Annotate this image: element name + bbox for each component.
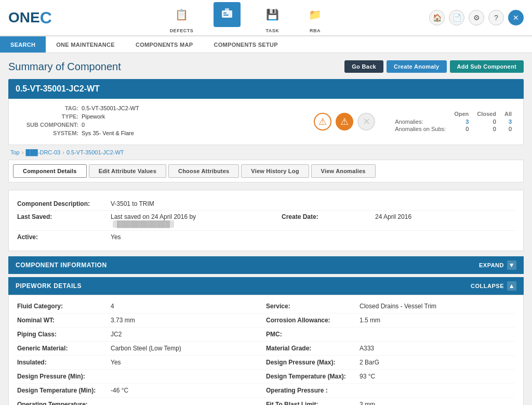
svg-rect-0	[222, 10, 232, 18]
last-saved-value: Last saved on 24 April 2016 by █████████…	[111, 213, 250, 228]
sub-component-value: 0	[82, 122, 85, 128]
breadcrumb: Top › ███-DRC-03 › 0.5-VT-35001-JC2-WT	[8, 145, 524, 160]
nav-defects-label: DEFECTS	[170, 28, 194, 33]
tab-buttons: Component Details Edit Attribute Values …	[8, 160, 524, 182]
active-row: Active: Yes	[17, 231, 515, 243]
component-icon	[214, 2, 241, 27]
tab-view-history-log[interactable]: View History Log	[241, 164, 309, 178]
component-information-title: COMPONENT INFORMATION	[16, 262, 107, 269]
home-button[interactable]: 🏠	[429, 10, 445, 25]
component-details-left: TAG: 0.5-VT-35001-JC2-WT TYPE: Pipework …	[16, 105, 298, 138]
design-temp-min-row: Design Temperature (Min): -46 °C	[17, 384, 266, 398]
operating-pressure-row: Operating Pressure :	[266, 384, 515, 398]
fluid-category-row: Fluid Category: 4	[17, 299, 266, 313]
pipework-details-header[interactable]: PIPEWORK DETAILS COLLAPSE ▲	[8, 277, 524, 295]
tag-value: 0.5-VT-35001-JC2-WT	[82, 105, 139, 111]
anomalies-all: 3	[500, 118, 516, 125]
go-back-button[interactable]: Go Back	[344, 60, 383, 73]
create-anomaly-button[interactable]: Create Anomaly	[387, 60, 447, 73]
pmc-row: PMC:	[266, 328, 515, 342]
anomalies-on-subs-open: 0	[450, 125, 473, 133]
pipework-details-collapse[interactable]: COLLAPSE ▲	[471, 281, 516, 291]
design-pressure-max-row: Design Pressure (Max): 2 BarG	[266, 356, 515, 370]
type-value: Pipework	[82, 113, 105, 120]
active-value: Yes	[111, 233, 515, 241]
anomalies-closed: 0	[473, 118, 500, 125]
breadcrumb-middle[interactable]: ███-DRC-03	[25, 149, 60, 155]
add-sub-component-button[interactable]: Add Sub Component	[450, 60, 524, 73]
component-header-bar: 0.5-VT-35001-JC2-WT	[8, 79, 524, 99]
breadcrumb-top[interactable]: Top	[10, 149, 20, 155]
tab-choose-attributes[interactable]: Choose Attributes	[168, 164, 239, 178]
rba-icon: 📁	[301, 2, 328, 27]
tab-view-anomalies[interactable]: View Anomalies	[311, 164, 376, 178]
nominal-wt-row: Nominal WT: 3.73 mm	[17, 313, 266, 328]
component-information-expand[interactable]: EXPAND ▼	[479, 260, 516, 270]
nav-task-label: TASK	[265, 28, 279, 33]
nav-component[interactable]: COMPONENT	[210, 2, 243, 33]
component-id: 0.5-VT-35001-JC2-WT	[16, 84, 100, 93]
close-button[interactable]: ✕	[508, 10, 524, 25]
settings-button[interactable]: ⚙	[469, 10, 484, 25]
svg-rect-1	[225, 8, 229, 11]
sub-nav-components-setup[interactable]: COMPONENTS SETUP	[203, 36, 288, 53]
component-description-label: Component Description:	[17, 200, 111, 207]
breadcrumb-current: 0.5-VT-35001-JC2-WT	[66, 149, 124, 155]
anomalies-label: Anomalies:	[391, 118, 450, 125]
help-button[interactable]: ?	[488, 10, 504, 25]
component-information-header[interactable]: COMPONENT INFORMATION EXPAND ▼	[8, 256, 524, 274]
anomaly-open-header: Open	[450, 111, 473, 118]
chevron-down-icon: ▼	[507, 260, 516, 270]
anomalies-open: 3	[450, 118, 473, 125]
nav-rba[interactable]: 📁 RBA	[301, 2, 328, 33]
tag-row: TAG: 0.5-VT-35001-JC2-WT	[16, 105, 298, 111]
anomalies-on-subs-closed: 0	[473, 125, 500, 133]
chevron-up-icon: ▲	[507, 281, 516, 291]
system-row: SYSTEM: Sys 35- Vent & Flare	[16, 130, 298, 136]
nav-task[interactable]: 💾 TASK	[259, 2, 286, 33]
sub-nav-one-maintenance[interactable]: ONE MAINTENANCE	[46, 36, 125, 53]
last-saved-user: ████████████	[113, 220, 174, 228]
last-saved-row: Last Saved: Last saved on 24 April 2016 …	[17, 211, 515, 231]
nav-defects[interactable]: 📋 DEFECTS	[168, 2, 195, 33]
generic-material-row: Generic Material: Carbon Steel (Low Temp…	[17, 342, 266, 356]
create-date-label: Create Date:	[282, 213, 375, 220]
sub-nav-components-map[interactable]: COMPONENTS MAP	[125, 36, 204, 53]
pipework-grid: Fluid Category: 4 Nominal WT: 3.73 mm Pi…	[9, 295, 523, 405]
title-buttons: Go Back Create Anomaly Add Sub Component	[344, 60, 524, 73]
svg-rect-2	[223, 12, 227, 14]
info-icon[interactable]: ⚠	[336, 113, 353, 130]
operating-temp-row: Operating Temperature:	[17, 398, 266, 405]
sub-nav: SEARCH ONE MAINTENANCE COMPONENTS MAP CO…	[0, 36, 532, 53]
sub-component-row: SUB COMPONENT: 0	[16, 122, 298, 128]
document-button[interactable]: 📄	[449, 10, 464, 25]
anomaly-closed-header: Closed	[473, 111, 500, 118]
anomaly-all-header: All	[500, 111, 516, 118]
anomalies-on-subs-all: 0	[500, 125, 516, 133]
component-info-panel: TAG: 0.5-VT-35001-JC2-WT TYPE: Pipework …	[8, 99, 524, 145]
page-title: Summary of Component	[8, 61, 121, 73]
create-date-value: 24 April 2016	[375, 213, 515, 220]
top-header: ONEC 📋 DEFECTS COMPONENT 💾 TASK 📁 RBA	[0, 0, 532, 36]
page-title-row: Summary of Component Go Back Create Anom…	[8, 60, 524, 73]
sub-nav-search[interactable]: SEARCH	[0, 36, 46, 53]
corrosion-allowance-row: Corrosion Allowance: 1.5 mm	[266, 313, 515, 328]
service-row: Service: Closed Drains - Vessel Trim	[266, 299, 515, 313]
svg-rect-3	[223, 15, 229, 16]
pipework-left-col: Fluid Category: 4 Nominal WT: 3.73 mm Pi…	[17, 299, 266, 405]
warning-icon[interactable]: ⚠	[314, 113, 331, 130]
nav-rba-label: RBA	[310, 28, 321, 33]
pipework-section: Fluid Category: 4 Nominal WT: 3.73 mm Pi…	[8, 295, 524, 405]
nav-component-label: COMPONENT	[210, 28, 243, 33]
anomalies-panel: Open Closed All Anomalies: 3 0 3 Anomali…	[391, 111, 516, 133]
tab-component-details[interactable]: Component Details	[13, 164, 87, 178]
details-section: Component Description: V-3501 to TRIM La…	[8, 190, 524, 251]
type-row: TYPE: Pipework	[16, 113, 298, 120]
anomalies-row: Anomalies: 3 0 3	[391, 118, 516, 125]
status-icons: ⚠ ⚠ ✕	[298, 113, 391, 130]
anomaly-table: Open Closed All Anomalies: 3 0 3 Anomali…	[391, 111, 516, 133]
tab-edit-attribute-values[interactable]: Edit Attribute Values	[89, 164, 166, 178]
disabled-icon: ✕	[357, 113, 375, 130]
material-grade-row: Material Grade: A333	[266, 342, 515, 356]
pipework-right-col: Service: Closed Drains - Vessel Trim Cor…	[266, 299, 515, 405]
